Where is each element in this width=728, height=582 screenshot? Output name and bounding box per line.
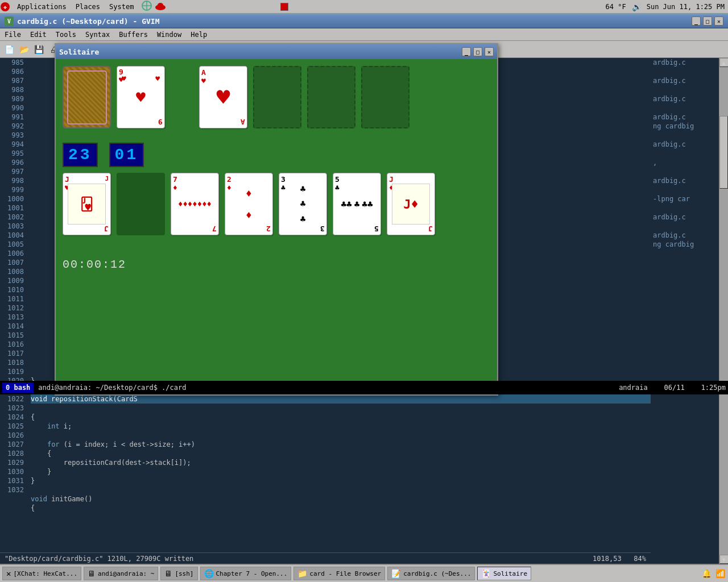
os-logo-icon: ❖	[0, 2, 10, 12]
right-panel: ardbig.c ardbig.c ardbig.c ardbig.c ng c…	[651, 58, 719, 564]
terminal-command: andi@andraia: ~/Desktop/card$ ./card	[34, 384, 619, 392]
xchat-icon: ✕	[6, 569, 11, 578]
svg-text:V: V	[7, 18, 11, 24]
gvim-menu: File Edit Tools Syntax Buffers Window He…	[0, 28, 728, 41]
terminal1-icon: 🖥	[88, 569, 96, 578]
tray-icon-1[interactable]: 🔔	[701, 568, 712, 579]
foundation-slot-2[interactable]	[253, 66, 301, 128]
timer-display: 01	[109, 143, 144, 167]
applications-menu[interactable]: Applications	[13, 2, 71, 12]
card-deck[interactable]	[63, 66, 111, 128]
gvim-icon: V	[5, 16, 14, 26]
filebrowser-icon: 📁	[297, 569, 307, 578]
network-icon	[140, 1, 153, 11]
taskbar-terminal1[interactable]: 🖥 andi@andraia: ~	[84, 567, 158, 580]
line-numbers: 985986987988 989990991992 993994995996 9…	[0, 58, 28, 552]
terminal-strip: 0 bash andi@andraia: ~/Desktop/card$ ./c…	[0, 381, 728, 394]
tableau-col-4[interactable]: 2 ♦ 2 ♦ ♦	[225, 173, 273, 247]
sol-game-area: 9 ♥ 9 ♥ ♥ ♥ A ♥ A ♥	[56, 59, 497, 394]
taskbar-ssh[interactable]: 🖥 [ssh]	[160, 567, 197, 580]
gvim-syntax-menu[interactable]: Syntax	[81, 30, 114, 40]
taskbar-ssh-label: [ssh]	[175, 570, 193, 577]
places-menu[interactable]: Places	[71, 2, 105, 12]
gvim-status-line: "Desktop/card/cardbig.c" 1210L, 27909C w…	[0, 552, 651, 564]
datetime-display: Sun Jun 11, 1:25 PM	[647, 3, 725, 11]
foundation-slot-3[interactable]	[307, 66, 355, 128]
taskbar-xchat-label: [XChat: HexCat...	[13, 570, 77, 577]
gvim-cursor-pos: 1018,53 84%	[593, 555, 646, 563]
svg-text:❖: ❖	[3, 4, 7, 10]
solitaire-taskbar-icon: 🃏	[481, 569, 491, 578]
top-indicator	[280, 3, 288, 11]
sol-timer: 00:00:12	[63, 258, 490, 271]
gvim-close-btn[interactable]: ✕	[714, 16, 723, 26]
scroll-down-btn[interactable]: ▼	[719, 555, 729, 564]
tableau-col-1[interactable]: J ♥ J 🂻 J 🂻	[63, 173, 111, 247]
taskbar: ✕ [XChat: HexCat... 🖥 andi@andraia: ~ 🖥 …	[0, 564, 728, 582]
score-display: 23	[63, 143, 98, 167]
tableau-col-7[interactable]: J ♦ J J♦	[387, 173, 435, 247]
system-menu[interactable]: System	[105, 2, 138, 12]
taskbar-xchat[interactable]: ✕ [XChat: HexCat...	[2, 567, 81, 580]
gvim-title: cardbig.c (~Desktop/card) - GVIM	[17, 17, 159, 26]
browser-icon: 🌐	[204, 569, 214, 578]
gvim-file-menu[interactable]: File	[0, 30, 26, 40]
taskbar-gvim[interactable]: 📝 cardbig.c (~Des...	[387, 567, 475, 580]
tb-open-btn[interactable]: 📂	[17, 43, 31, 56]
tray-icon-2[interactable]: 📶	[714, 568, 726, 579]
scroll-thumb[interactable]	[719, 116, 728, 189]
taskbar-tray: 🔔 📶	[701, 568, 726, 579]
gvim-buffers-menu[interactable]: Buffers	[114, 30, 152, 40]
taskbar-browser-label: Chapter 7 - Open...	[216, 570, 288, 577]
gvim-window-menu[interactable]: Window	[152, 30, 186, 40]
tableau-col-2-empty[interactable]	[117, 173, 165, 235]
taskbar-solitaire[interactable]: 🃏 Solitaire	[477, 567, 531, 580]
tableau-col-6[interactable]: 5 ♣ 5 ♣♣ ♣ ♣♣	[333, 173, 381, 247]
taskbar-terminal1-label: andi@andraia: ~	[98, 570, 154, 577]
tableau-col-5[interactable]: 3 ♣ 3 ♣ ♣ ♣	[279, 173, 327, 247]
gvim-titlebar: V cardbig.c (~Desktop/card) - GVIM _ □ ✕	[0, 14, 728, 28]
gvim-scrollbar[interactable]: ▲ ▼	[719, 58, 728, 564]
gvim-minimize-btn[interactable]: _	[692, 16, 701, 26]
taskbar-browser[interactable]: 🌐 Chapter 7 - Open...	[200, 567, 292, 580]
sol-title: Solitaire	[59, 48, 99, 56]
gvim-status-text: "Desktop/card/cardbig.c" 1210L, 27909C w…	[5, 555, 593, 563]
taskbar-filebrowser-label: card - File Browser	[309, 570, 381, 577]
gvim-help-menu[interactable]: Help	[186, 30, 212, 40]
redhat-icon	[154, 1, 167, 11]
scroll-track[interactable]	[719, 67, 728, 555]
taskbar-solitaire-label: Solitaire	[493, 570, 527, 577]
temperature-display: 64 °F	[606, 3, 626, 11]
gvim-tools-menu[interactable]: Tools	[51, 30, 81, 40]
svg-point-6	[158, 3, 163, 7]
drawn-card-pile[interactable]: 9 ♥ 9 ♥ ♥ ♥	[117, 66, 165, 128]
taskbar-filebrowser[interactable]: 📁 card - File Browser	[293, 567, 385, 580]
solitaire-window: Solitaire _ □ ✕ 9 ♥ 9 ♥ ♥ ♥	[55, 43, 498, 396]
tableau-col-3[interactable]: 7 ♦ 7 ♦♦♦ ♦ ♦♦♦	[171, 173, 219, 247]
foundation-ace-hearts[interactable]: A ♥ A ♥	[199, 66, 247, 128]
sol-minimize-btn[interactable]: _	[462, 47, 471, 56]
sol-tableau-row: J ♥ J 🂻 J 🂻 7 ♦ 7 ♦♦♦	[63, 173, 490, 247]
volume-icon: 🔊	[631, 2, 642, 12]
terminal-right-info: andraia 06/11 1:25pm	[619, 384, 726, 392]
gvim-maximize-btn[interactable]: □	[703, 16, 712, 26]
scroll-up-btn[interactable]: ▲	[719, 58, 729, 67]
gvim-taskbar-icon: 📝	[391, 569, 401, 578]
tb-save-btn[interactable]: 💾	[32, 43, 46, 56]
foundation-slot-4[interactable]	[361, 66, 410, 128]
top-menubar: ❖ Applications Places System 64 °F 🔊 Sun…	[0, 0, 728, 14]
sol-top-row: 9 ♥ 9 ♥ ♥ ♥ A ♥ A ♥	[63, 66, 490, 134]
bash-label: 0 bash	[2, 383, 34, 393]
sol-titlebar: Solitaire _ □ ✕	[56, 44, 497, 59]
svg-text:🔊: 🔊	[632, 2, 642, 12]
gvim-edit-menu[interactable]: Edit	[26, 30, 51, 40]
sol-score-area: 23 01	[63, 143, 490, 167]
taskbar-gvim-label: cardbig.c (~Des...	[403, 570, 471, 577]
tb-new-btn[interactable]: 📄	[2, 43, 16, 56]
sol-restore-btn[interactable]: □	[473, 47, 482, 56]
ssh-icon: 🖥	[164, 569, 172, 578]
sol-close-btn[interactable]: ✕	[485, 47, 494, 56]
